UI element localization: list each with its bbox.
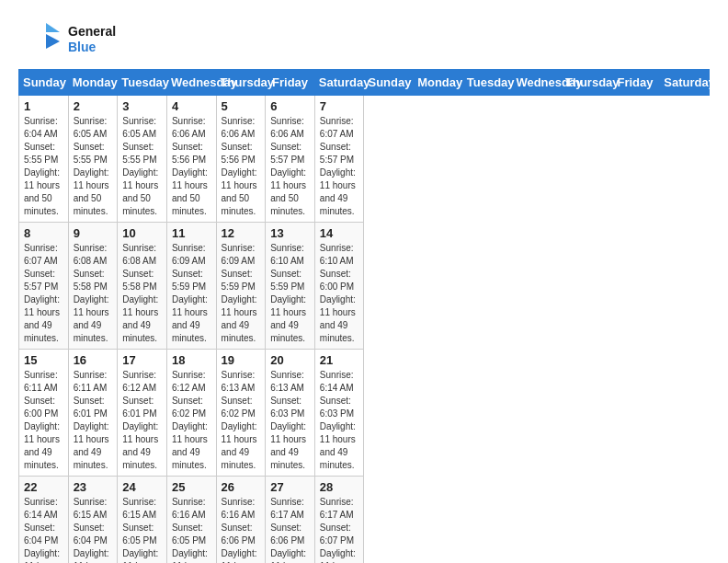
day-info: Sunrise: 6:14 AMSunset: 6:03 PMDaylight:… — [320, 370, 356, 470]
day-info: Sunrise: 6:04 AMSunset: 5:55 PMDaylight:… — [24, 116, 60, 216]
day-info: Sunrise: 6:10 AMSunset: 5:59 PMDaylight:… — [270, 243, 306, 343]
day-number: 12 — [222, 226, 261, 240]
day-number: 4 — [172, 99, 211, 113]
day-info: Sunrise: 6:10 AMSunset: 6:00 PMDaylight:… — [320, 243, 356, 343]
day-info: Sunrise: 6:13 AMSunset: 6:02 PMDaylight:… — [222, 370, 257, 470]
day-cell-6: 6 Sunrise: 6:06 AMSunset: 5:57 PMDayligh… — [266, 96, 315, 223]
day-cell-3: 3 Sunrise: 6:05 AMSunset: 5:55 PMDayligh… — [118, 96, 167, 223]
day-cell-5: 5 Sunrise: 6:06 AMSunset: 5:56 PMDayligh… — [216, 96, 266, 223]
day-info: Sunrise: 6:06 AMSunset: 5:56 PMDaylight:… — [222, 116, 257, 216]
day-cell-19: 19 Sunrise: 6:13 AMSunset: 6:02 PMDaylig… — [216, 350, 266, 477]
day-number: 20 — [270, 353, 310, 367]
logo-general: General — [68, 24, 116, 40]
day-cell-18: 18 Sunrise: 6:12 AMSunset: 6:02 PMDaylig… — [166, 350, 216, 477]
col-header-thursday: Thursday — [216, 70, 266, 96]
day-cell-14: 14 Sunrise: 6:10 AMSunset: 6:00 PMDaylig… — [314, 223, 364, 350]
day-info: Sunrise: 6:05 AMSunset: 5:55 PMDaylight:… — [122, 116, 158, 216]
day-cell-28: 28 Sunrise: 6:17 AMSunset: 6:07 PMDaylig… — [314, 477, 364, 564]
day-number: 1 — [24, 99, 63, 113]
day-number: 7 — [320, 99, 359, 113]
calendar-table: SundayMondayTuesdayWednesdayThursdayFrid… — [18, 69, 710, 563]
day-number: 26 — [222, 480, 261, 494]
day-info: Sunrise: 6:11 AMSunset: 6:00 PMDaylight:… — [24, 370, 60, 470]
day-info: Sunrise: 6:06 AMSunset: 5:57 PMDaylight:… — [270, 116, 306, 216]
col-header-monday: Monday — [68, 70, 118, 96]
col-header-saturday: Saturday — [660, 70, 710, 96]
day-cell-2: 2 Sunrise: 6:05 AMSunset: 5:55 PMDayligh… — [68, 96, 118, 223]
day-number: 8 — [24, 226, 63, 240]
day-info: Sunrise: 6:11 AMSunset: 6:01 PMDaylight:… — [74, 370, 109, 470]
col-header-sunday: Sunday — [364, 70, 414, 96]
day-info: Sunrise: 6:07 AMSunset: 5:57 PMDaylight:… — [320, 116, 356, 216]
day-cell-25: 25 Sunrise: 6:16 AMSunset: 6:05 PMDaylig… — [166, 477, 216, 564]
day-cell-22: 22 Sunrise: 6:14 AMSunset: 6:04 PMDaylig… — [19, 477, 69, 564]
day-cell-9: 9 Sunrise: 6:08 AMSunset: 5:58 PMDayligh… — [68, 223, 118, 350]
day-cell-21: 21 Sunrise: 6:14 AMSunset: 6:03 PMDaylig… — [314, 350, 364, 477]
week-row-2: 8 Sunrise: 6:07 AMSunset: 5:57 PMDayligh… — [19, 223, 710, 350]
day-number: 3 — [122, 99, 162, 113]
day-info: Sunrise: 6:14 AMSunset: 6:04 PMDaylight:… — [24, 497, 60, 563]
col-header-thursday: Thursday — [562, 70, 611, 96]
day-cell-16: 16 Sunrise: 6:11 AMSunset: 6:01 PMDaylig… — [68, 350, 118, 477]
day-number: 17 — [122, 353, 162, 367]
day-info: Sunrise: 6:13 AMSunset: 6:03 PMDaylight:… — [270, 370, 306, 470]
day-info: Sunrise: 6:17 AMSunset: 6:06 PMDaylight:… — [270, 497, 306, 563]
day-info: Sunrise: 6:08 AMSunset: 5:58 PMDaylight:… — [74, 243, 109, 343]
day-cell-8: 8 Sunrise: 6:07 AMSunset: 5:57 PMDayligh… — [19, 223, 69, 350]
day-info: Sunrise: 6:16 AMSunset: 6:05 PMDaylight:… — [172, 497, 208, 563]
day-cell-1: 1 Sunrise: 6:04 AMSunset: 5:55 PMDayligh… — [19, 96, 69, 223]
day-number: 22 — [24, 480, 63, 494]
svg-marker-0 — [46, 23, 60, 32]
day-cell-4: 4 Sunrise: 6:06 AMSunset: 5:56 PMDayligh… — [166, 96, 216, 223]
day-number: 15 — [24, 353, 63, 367]
col-header-friday: Friday — [610, 70, 660, 96]
day-info: Sunrise: 6:15 AMSunset: 6:04 PMDaylight:… — [74, 497, 109, 563]
day-number: 5 — [222, 99, 261, 113]
day-cell-17: 17 Sunrise: 6:12 AMSunset: 6:01 PMDaylig… — [118, 350, 167, 477]
day-number: 24 — [122, 480, 162, 494]
day-cell-11: 11 Sunrise: 6:09 AMSunset: 5:59 PMDaylig… — [166, 223, 216, 350]
header-row: SundayMondayTuesdayWednesdayThursdayFrid… — [19, 70, 710, 96]
day-cell-7: 7 Sunrise: 6:07 AMSunset: 5:57 PMDayligh… — [314, 96, 364, 223]
day-cell-24: 24 Sunrise: 6:15 AMSunset: 6:05 PMDaylig… — [118, 477, 167, 564]
week-row-1: 1 Sunrise: 6:04 AMSunset: 5:55 PMDayligh… — [19, 96, 710, 223]
day-cell-10: 10 Sunrise: 6:08 AMSunset: 5:58 PMDaylig… — [118, 223, 167, 350]
col-header-tuesday: Tuesday — [462, 70, 512, 96]
col-header-tuesday: Tuesday — [118, 70, 167, 96]
day-number: 2 — [74, 99, 113, 113]
logo: GeneralBlue — [18, 18, 116, 60]
day-number: 10 — [122, 226, 162, 240]
day-number: 18 — [172, 353, 211, 367]
logo-text: GeneralBlue — [68, 24, 116, 55]
day-cell-12: 12 Sunrise: 6:09 AMSunset: 5:59 PMDaylig… — [216, 223, 266, 350]
svg-marker-1 — [46, 34, 60, 49]
day-info: Sunrise: 6:07 AMSunset: 5:57 PMDaylight:… — [24, 243, 60, 343]
page-header: GeneralBlue — [18, 18, 710, 60]
col-header-friday: Friday — [266, 70, 315, 96]
day-info: Sunrise: 6:09 AMSunset: 5:59 PMDaylight:… — [172, 243, 208, 343]
day-info: Sunrise: 6:12 AMSunset: 6:02 PMDaylight:… — [172, 370, 208, 470]
day-number: 28 — [320, 480, 359, 494]
col-header-sunday: Sunday — [19, 70, 69, 96]
day-info: Sunrise: 6:15 AMSunset: 6:05 PMDaylight:… — [122, 497, 158, 563]
day-info: Sunrise: 6:06 AMSunset: 5:56 PMDaylight:… — [172, 116, 208, 216]
logo-icon — [18, 18, 64, 60]
day-cell-23: 23 Sunrise: 6:15 AMSunset: 6:04 PMDaylig… — [68, 477, 118, 564]
day-info: Sunrise: 6:12 AMSunset: 6:01 PMDaylight:… — [122, 370, 158, 470]
day-number: 16 — [74, 353, 113, 367]
day-number: 25 — [172, 480, 211, 494]
day-info: Sunrise: 6:16 AMSunset: 6:06 PMDaylight:… — [222, 497, 257, 563]
day-number: 13 — [270, 226, 310, 240]
col-header-saturday: Saturday — [314, 70, 364, 96]
day-info: Sunrise: 6:17 AMSunset: 6:07 PMDaylight:… — [320, 497, 356, 563]
day-number: 6 — [270, 99, 310, 113]
col-header-wednesday: Wednesday — [512, 70, 562, 96]
day-number: 27 — [270, 480, 310, 494]
day-info: Sunrise: 6:09 AMSunset: 5:59 PMDaylight:… — [222, 243, 257, 343]
day-cell-20: 20 Sunrise: 6:13 AMSunset: 6:03 PMDaylig… — [266, 350, 315, 477]
logo-blue: Blue — [68, 40, 116, 55]
day-cell-27: 27 Sunrise: 6:17 AMSunset: 6:06 PMDaylig… — [266, 477, 315, 564]
day-number: 9 — [74, 226, 113, 240]
col-header-monday: Monday — [414, 70, 463, 96]
week-row-3: 15 Sunrise: 6:11 AMSunset: 6:00 PMDaylig… — [19, 350, 710, 477]
